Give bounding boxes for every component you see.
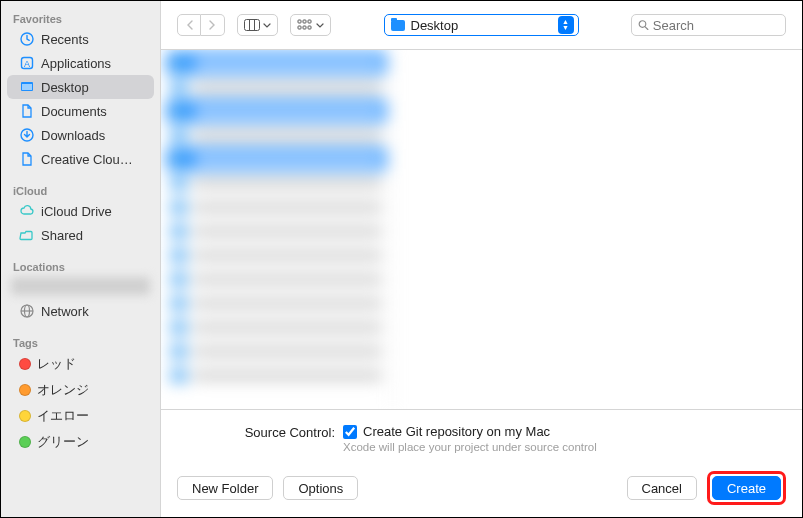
file-browser — [161, 49, 802, 409]
sidebar-item-label: レッド — [37, 355, 76, 373]
svg-rect-4 — [22, 84, 32, 90]
back-button[interactable] — [177, 14, 201, 36]
doc-icon — [19, 151, 35, 167]
sidebar-item-shared[interactable]: Shared — [7, 223, 154, 247]
location-popup[interactable]: Desktop ▲▼ — [384, 14, 579, 36]
search-icon — [638, 19, 649, 31]
new-folder-button[interactable]: New Folder — [177, 476, 273, 500]
file-column[interactable] — [161, 50, 393, 409]
svg-text:A: A — [24, 59, 30, 69]
nav-buttons — [177, 14, 225, 36]
save-panel: FavoritesRecentsAApplicationsDesktopDocu… — [1, 1, 802, 517]
options-button[interactable]: Options — [283, 476, 358, 500]
source-control-label: Source Control: — [233, 424, 335, 440]
source-control-hint: Xcode will place your project under sour… — [343, 441, 597, 453]
columns-icon — [244, 19, 260, 31]
create-button[interactable]: Create — [712, 476, 781, 500]
doc-icon — [19, 103, 35, 119]
sidebar-item-label: Downloads — [41, 128, 105, 143]
folder-icon — [391, 20, 405, 31]
sidebar: FavoritesRecentsAApplicationsDesktopDocu… — [1, 1, 161, 517]
sidebar-item-label: Creative Clou… — [41, 152, 133, 167]
sidebar-section-header: Tags — [1, 333, 160, 351]
button-row: New Folder Options Cancel Create — [177, 471, 786, 505]
sidebar-item-network[interactable]: Network — [7, 299, 154, 323]
up-down-arrows-icon: ▲▼ — [558, 16, 574, 34]
svg-rect-16 — [303, 26, 306, 29]
git-checkbox-label: Create Git repository on my Mac — [363, 424, 550, 439]
forward-button[interactable] — [201, 14, 225, 36]
chevron-down-icon — [316, 23, 324, 28]
sidebar-item-creative-clou-[interactable]: Creative Clou… — [7, 147, 154, 171]
svg-rect-14 — [308, 20, 311, 23]
svg-rect-9 — [245, 20, 260, 31]
svg-rect-12 — [298, 20, 301, 23]
chevron-right-icon — [209, 20, 216, 30]
sidebar-item-icloud-drive[interactable]: iCloud Drive — [7, 199, 154, 223]
svg-rect-15 — [298, 26, 301, 29]
git-checkbox[interactable] — [343, 425, 357, 439]
file-column-empty[interactable] — [393, 50, 802, 409]
sidebar-item--[interactable]: イエロー — [7, 403, 154, 429]
sidebar-item-label: グリーン — [37, 433, 89, 451]
sidebar-section-header: Favorites — [1, 9, 160, 27]
sidebar-item-documents[interactable]: Documents — [7, 99, 154, 123]
shared-icon — [19, 227, 35, 243]
sidebar-item-label: Applications — [41, 56, 111, 71]
bottom-panel: Source Control: Create Git repository on… — [161, 409, 802, 517]
sidebar-item-label: Network — [41, 304, 89, 319]
chevron-left-icon — [186, 20, 193, 30]
sidebar-item-label: オレンジ — [37, 381, 89, 399]
search-field[interactable] — [631, 14, 786, 36]
desktop-icon — [19, 79, 35, 95]
download-icon — [19, 127, 35, 143]
clock-icon — [19, 31, 35, 47]
location-label: Desktop — [411, 18, 552, 33]
main-panel: Desktop ▲▼ — [161, 1, 802, 517]
sidebar-item-label: iCloud Drive — [41, 204, 112, 219]
sidebar-section-header: iCloud — [1, 181, 160, 199]
toolbar: Desktop ▲▼ — [161, 1, 802, 49]
sidebar-item-label: Desktop — [41, 80, 89, 95]
git-checkbox-row[interactable]: Create Git repository on my Mac — [343, 424, 597, 439]
tag-dot-icon — [19, 410, 31, 422]
view-mode-button[interactable] — [237, 14, 278, 36]
svg-line-19 — [645, 27, 648, 30]
sidebar-item-label: Recents — [41, 32, 89, 47]
sidebar-section-header: Locations — [1, 257, 160, 275]
sidebar-item-label: イエロー — [37, 407, 89, 425]
source-control-row: Source Control: Create Git repository on… — [177, 424, 786, 453]
sidebar-item--[interactable]: グリーン — [7, 429, 154, 455]
cloud-icon — [19, 203, 35, 219]
svg-rect-17 — [308, 26, 311, 29]
sidebar-item-label: Documents — [41, 104, 107, 119]
sidebar-item--[interactable]: レッド — [7, 351, 154, 377]
tag-dot-icon — [19, 384, 31, 396]
tag-dot-icon — [19, 436, 31, 448]
sidebar-item-hidden[interactable] — [11, 277, 150, 295]
create-button-highlight: Create — [707, 471, 786, 505]
sidebar-item-desktop[interactable]: Desktop — [7, 75, 154, 99]
sidebar-item-downloads[interactable]: Downloads — [7, 123, 154, 147]
sidebar-item--[interactable]: オレンジ — [7, 377, 154, 403]
sidebar-item-applications[interactable]: AApplications — [7, 51, 154, 75]
grid-icon — [297, 19, 313, 31]
tag-dot-icon — [19, 358, 31, 370]
sidebar-item-label: Shared — [41, 228, 83, 243]
svg-rect-13 — [303, 20, 306, 23]
group-button[interactable] — [290, 14, 331, 36]
cancel-button[interactable]: Cancel — [627, 476, 697, 500]
search-input[interactable] — [653, 18, 779, 33]
app-icon: A — [19, 55, 35, 71]
network-icon — [19, 303, 35, 319]
chevron-down-icon — [263, 23, 271, 28]
sidebar-item-recents[interactable]: Recents — [7, 27, 154, 51]
